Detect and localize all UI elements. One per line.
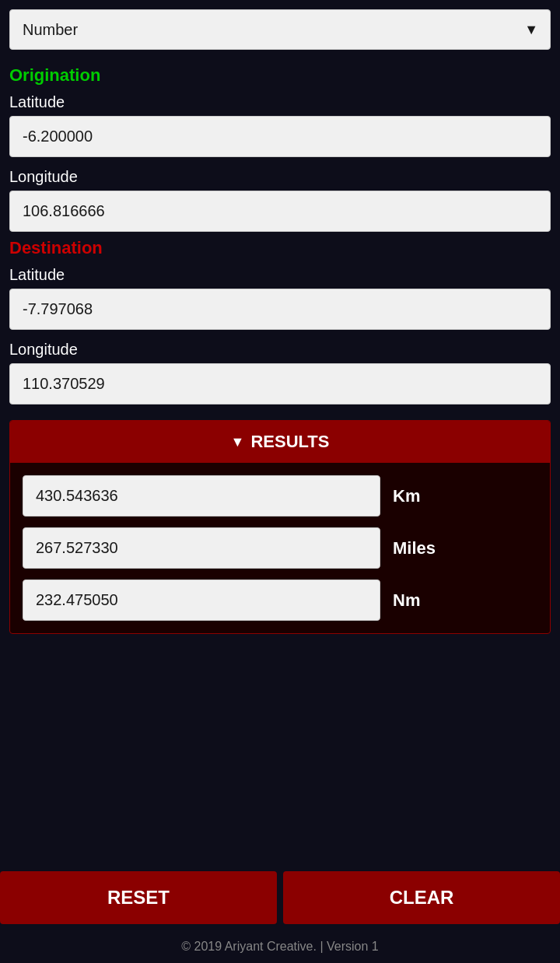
- destination-latitude-input[interactable]: [9, 289, 551, 330]
- km-result-row: Km: [23, 475, 537, 517]
- origination-longitude-label: Longitude: [9, 168, 551, 186]
- origination-longitude-input[interactable]: [9, 191, 551, 232]
- destination-latitude-label: Latitude: [9, 266, 551, 284]
- footer-buttons: RESET CLEAR: [0, 871, 560, 924]
- number-type-select[interactable]: NumberDMSDMM: [9, 9, 551, 50]
- results-header: ▼ RESULTS: [10, 421, 550, 463]
- nm-result-input[interactable]: [23, 580, 380, 621]
- destination-label: Destination: [9, 238, 551, 258]
- results-header-label: RESULTS: [250, 432, 329, 452]
- origination-section: Origination Latitude Longitude: [9, 62, 551, 235]
- km-result-input[interactable]: [23, 475, 380, 517]
- nm-result-row: Nm: [23, 580, 537, 621]
- results-arrow-icon: ▼: [231, 434, 245, 450]
- destination-longitude-input[interactable]: [9, 363, 551, 404]
- clear-button[interactable]: CLEAR: [283, 871, 560, 924]
- reset-button[interactable]: RESET: [0, 871, 277, 924]
- nm-unit-label: Nm: [393, 590, 455, 611]
- copyright-text: © 2019 Ariyant Creative. | Version 1: [0, 930, 560, 963]
- miles-result-row: Miles: [23, 527, 537, 569]
- results-body: Km Miles Nm: [10, 463, 550, 633]
- origination-latitude-input[interactable]: [9, 116, 551, 157]
- dropdown-container: NumberDMSDMM ▼: [9, 9, 551, 50]
- km-unit-label: Km: [393, 486, 455, 506]
- destination-section: Destination Latitude Longitude: [9, 235, 551, 408]
- miles-unit-label: Miles: [393, 538, 455, 559]
- miles-result-input[interactable]: [23, 527, 380, 569]
- destination-longitude-label: Longitude: [9, 341, 551, 359]
- results-section: ▼ RESULTS Km Miles Nm: [9, 420, 551, 634]
- main-container: NumberDMSDMM ▼ Origination Latitude Long…: [0, 0, 560, 859]
- origination-latitude-label: Latitude: [9, 93, 551, 111]
- origination-label: Origination: [9, 65, 551, 86]
- dropdown-wrapper: NumberDMSDMM ▼: [9, 9, 551, 50]
